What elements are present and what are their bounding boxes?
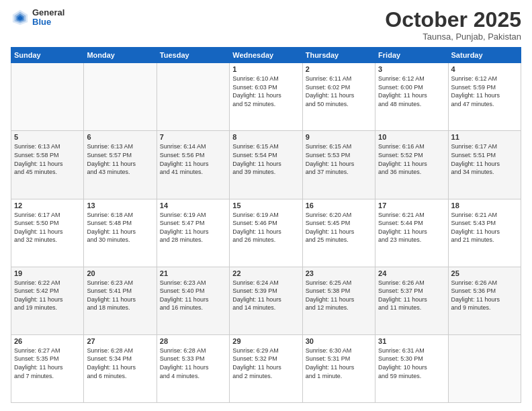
logo-general: General (32, 8, 64, 17)
calendar-header: SundayMondayTuesdayWednesdayThursdayFrid… (11, 48, 521, 63)
day-info: Sunrise: 6:19 AMSunset: 5:47 PMDaylight:… (160, 211, 226, 244)
day-info: Sunrise: 6:23 AMSunset: 5:40 PMDaylight:… (160, 279, 226, 312)
day-cell: 3Sunrise: 6:12 AMSunset: 6:00 PMDaylight… (375, 63, 448, 131)
day-cell: 10Sunrise: 6:16 AMSunset: 5:52 PMDayligh… (375, 131, 448, 199)
calendar-body: 1Sunrise: 6:10 AMSunset: 6:03 PMDaylight… (11, 63, 521, 403)
day-cell: 15Sunrise: 6:19 AMSunset: 5:46 PMDayligh… (230, 199, 302, 267)
day-info: Sunrise: 6:12 AMSunset: 6:00 PMDaylight:… (378, 75, 445, 108)
day-cell (84, 63, 157, 131)
day-cell: 28Sunrise: 6:28 AMSunset: 5:33 PMDayligh… (157, 334, 229, 402)
weekday-saturday: Saturday (448, 48, 521, 63)
day-cell: 29Sunrise: 6:29 AMSunset: 5:32 PMDayligh… (230, 334, 302, 402)
day-cell: 4Sunrise: 6:12 AMSunset: 5:59 PMDaylight… (448, 63, 521, 131)
day-info: Sunrise: 6:15 AMSunset: 5:54 PMDaylight:… (232, 142, 299, 176)
week-row-0: 1Sunrise: 6:10 AMSunset: 6:03 PMDaylight… (11, 63, 521, 131)
weekday-tuesday: Tuesday (157, 48, 229, 63)
day-number: 18 (451, 201, 518, 210)
day-cell: 5Sunrise: 6:13 AMSunset: 5:58 PMDaylight… (11, 131, 84, 199)
day-info: Sunrise: 6:23 AMSunset: 5:41 PMDaylight:… (87, 279, 153, 312)
day-number: 20 (87, 269, 153, 277)
week-row-3: 19Sunrise: 6:22 AMSunset: 5:42 PMDayligh… (11, 267, 521, 334)
day-cell: 23Sunrise: 6:25 AMSunset: 5:38 PMDayligh… (302, 267, 375, 334)
day-info: Sunrise: 6:18 AMSunset: 5:48 PMDaylight:… (87, 211, 153, 244)
day-number: 30 (306, 337, 372, 345)
day-number: 21 (160, 269, 226, 277)
day-number: 7 (160, 133, 226, 141)
day-cell: 30Sunrise: 6:30 AMSunset: 5:31 PMDayligh… (302, 334, 375, 402)
day-number: 25 (451, 269, 518, 277)
day-info: Sunrise: 6:28 AMSunset: 5:33 PMDaylight:… (160, 347, 226, 380)
day-number: 6 (87, 133, 153, 141)
day-info: Sunrise: 6:22 AMSunset: 5:42 PMDaylight:… (14, 279, 81, 312)
day-info: Sunrise: 6:25 AMSunset: 5:38 PMDaylight:… (306, 279, 372, 312)
day-info: Sunrise: 6:17 AMSunset: 5:51 PMDaylight:… (451, 142, 518, 176)
day-number: 15 (232, 201, 299, 210)
day-number: 13 (87, 201, 153, 210)
day-info: Sunrise: 6:26 AMSunset: 5:37 PMDaylight:… (378, 279, 445, 312)
logo-text: General Blue (32, 8, 64, 28)
day-number: 3 (378, 65, 445, 73)
day-cell: 22Sunrise: 6:24 AMSunset: 5:39 PMDayligh… (230, 267, 302, 334)
day-cell (157, 63, 229, 131)
weekday-wednesday: Wednesday (230, 48, 302, 63)
day-cell: 31Sunrise: 6:31 AMSunset: 5:30 PMDayligh… (375, 334, 448, 402)
day-cell: 13Sunrise: 6:18 AMSunset: 5:48 PMDayligh… (84, 199, 157, 267)
day-info: Sunrise: 6:11 AMSunset: 6:02 PMDaylight:… (306, 75, 372, 108)
week-row-2: 12Sunrise: 6:17 AMSunset: 5:50 PMDayligh… (11, 199, 521, 267)
day-number: 28 (160, 337, 226, 345)
day-info: Sunrise: 6:30 AMSunset: 5:31 PMDaylight:… (306, 347, 372, 380)
day-number: 26 (14, 337, 81, 345)
day-cell: 9Sunrise: 6:15 AMSunset: 5:53 PMDaylight… (302, 131, 375, 199)
day-cell: 7Sunrise: 6:14 AMSunset: 5:56 PMDaylight… (157, 131, 229, 199)
day-number: 1 (232, 65, 299, 73)
day-info: Sunrise: 6:12 AMSunset: 5:59 PMDaylight:… (451, 75, 518, 108)
day-info: Sunrise: 6:15 AMSunset: 5:53 PMDaylight:… (306, 142, 372, 176)
logo-icon (11, 8, 30, 27)
day-info: Sunrise: 6:13 AMSunset: 5:57 PMDaylight:… (87, 142, 153, 176)
day-number: 14 (160, 201, 226, 210)
day-number: 22 (232, 269, 299, 277)
day-number: 17 (378, 201, 445, 210)
day-cell: 8Sunrise: 6:15 AMSunset: 5:54 PMDaylight… (230, 131, 302, 199)
day-info: Sunrise: 6:24 AMSunset: 5:39 PMDaylight:… (232, 279, 299, 312)
day-cell: 11Sunrise: 6:17 AMSunset: 5:51 PMDayligh… (448, 131, 521, 199)
day-cell: 14Sunrise: 6:19 AMSunset: 5:47 PMDayligh… (157, 199, 229, 267)
day-info: Sunrise: 6:14 AMSunset: 5:56 PMDaylight:… (160, 142, 226, 176)
day-cell: 21Sunrise: 6:23 AMSunset: 5:40 PMDayligh… (157, 267, 229, 334)
calendar: SundayMondayTuesdayWednesdayThursdayFrid… (11, 47, 521, 403)
day-number: 24 (378, 269, 445, 277)
day-cell: 20Sunrise: 6:23 AMSunset: 5:41 PMDayligh… (84, 267, 157, 334)
day-number: 8 (232, 133, 299, 141)
day-number: 5 (14, 133, 81, 141)
location: Taunsa, Punjab, Pakistan (385, 32, 521, 42)
logo: General Blue (11, 8, 64, 28)
logo-blue: Blue (32, 17, 64, 27)
weekday-thursday: Thursday (302, 48, 375, 63)
day-cell: 27Sunrise: 6:28 AMSunset: 5:34 PMDayligh… (84, 334, 157, 402)
day-info: Sunrise: 6:17 AMSunset: 5:50 PMDaylight:… (14, 211, 81, 244)
day-number: 19 (14, 269, 81, 277)
day-cell: 19Sunrise: 6:22 AMSunset: 5:42 PMDayligh… (11, 267, 84, 334)
day-info: Sunrise: 6:27 AMSunset: 5:35 PMDaylight:… (14, 347, 81, 380)
day-info: Sunrise: 6:31 AMSunset: 5:30 PMDaylight:… (378, 347, 445, 380)
day-info: Sunrise: 6:20 AMSunset: 5:45 PMDaylight:… (306, 211, 372, 244)
weekday-sunday: Sunday (11, 48, 84, 63)
day-number: 9 (306, 133, 372, 141)
day-number: 11 (451, 133, 518, 141)
week-row-1: 5Sunrise: 6:13 AMSunset: 5:58 PMDaylight… (11, 131, 521, 199)
page: General Blue October 2025 Taunsa, Punjab… (0, 0, 532, 411)
day-number: 29 (232, 337, 299, 345)
day-cell: 24Sunrise: 6:26 AMSunset: 5:37 PMDayligh… (375, 267, 448, 334)
day-cell: 2Sunrise: 6:11 AMSunset: 6:02 PMDaylight… (302, 63, 375, 131)
day-number: 12 (14, 201, 81, 210)
day-info: Sunrise: 6:19 AMSunset: 5:46 PMDaylight:… (232, 211, 299, 244)
day-cell: 17Sunrise: 6:21 AMSunset: 5:44 PMDayligh… (375, 199, 448, 267)
day-info: Sunrise: 6:13 AMSunset: 5:58 PMDaylight:… (14, 142, 81, 176)
day-cell: 25Sunrise: 6:26 AMSunset: 5:36 PMDayligh… (448, 267, 521, 334)
day-info: Sunrise: 6:26 AMSunset: 5:36 PMDaylight:… (451, 279, 518, 312)
month-title: October 2025 (385, 8, 521, 32)
day-cell: 18Sunrise: 6:21 AMSunset: 5:43 PMDayligh… (448, 199, 521, 267)
day-info: Sunrise: 6:29 AMSunset: 5:32 PMDaylight:… (232, 347, 299, 380)
day-cell (11, 63, 84, 131)
weekday-monday: Monday (84, 48, 157, 63)
